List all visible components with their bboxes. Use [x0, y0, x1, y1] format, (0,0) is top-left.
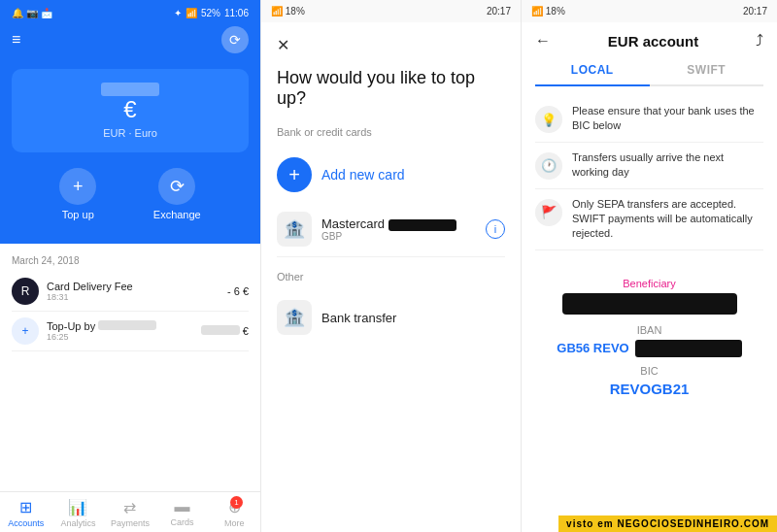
beneficiary-value: [562, 293, 737, 315]
nav-more-label: More: [224, 518, 245, 528]
currency-symbol: €: [123, 96, 136, 123]
info-row-3: 🚩 Only SEPA transfers are accepted. SWIF…: [535, 189, 763, 250]
bottom-nav: ⊞ Accounts 📊 Analytics ⇄ Payments ▬ Card…: [0, 491, 260, 532]
bank-section-label: Bank or credit cards: [277, 126, 505, 138]
tab-swift[interactable]: SWIFT: [650, 55, 764, 84]
card-type: GBP: [321, 231, 476, 242]
card-name: Mastercard: [321, 216, 476, 231]
profile-icon[interactable]: ⟳: [221, 26, 249, 53]
notification-icons: 🔔 📷 📩: [12, 8, 52, 18]
tx-name-2: Top-Up by: [47, 320, 201, 332]
bank-icon: 🏦: [277, 300, 312, 335]
bic-label: BIC: [535, 365, 763, 377]
currency-label: EUR · Euro: [103, 127, 157, 139]
panel2-content: ✕ How would you like to top up? Bank or …: [261, 22, 521, 532]
status-left: 🔔 📷 📩: [12, 8, 52, 18]
share-button[interactable]: ⤴: [756, 32, 763, 50]
time-2: 20:17: [487, 6, 511, 17]
panel3-header: ← EUR account ⤴: [522, 22, 777, 55]
header-top-row: ≡ ⟳: [12, 26, 249, 53]
add-card-label: Add new card: [321, 167, 405, 183]
transaction-item-2[interactable]: + Top-Up by 16:25 €: [12, 312, 249, 351]
nav-more[interactable]: ⊕ More 1: [208, 498, 260, 528]
signal-icons-2: 📶 18%: [271, 6, 305, 17]
wifi-icon: 📶: [186, 8, 197, 18]
nav-analytics-label: Analytics: [60, 518, 95, 528]
tx-details-2: Top-Up by 16:25: [47, 320, 201, 342]
iban-redacted: [635, 340, 742, 357]
status-bar-1: 🔔 📷 📩 ✦ 📶 52% 11:06: [12, 8, 249, 18]
status-right: ✦ 📶 52% 11:06: [174, 8, 249, 18]
accounts-icon: ⊞: [19, 498, 32, 516]
panel-topup: 📶 18% 20:17 ✕ How would you like to top …: [260, 0, 521, 532]
bluetooth-icon: ✦: [174, 8, 182, 18]
blurred-name: [98, 320, 156, 330]
bank-transfer-label: Bank transfer: [321, 311, 396, 325]
account-card[interactable]: € EUR · Euro: [12, 69, 249, 152]
iban-label: IBAN: [535, 324, 763, 336]
transaction-item[interactable]: R Card Delivery Fee 18:31 - 6 €: [12, 272, 249, 312]
flag-icon: 🚩: [535, 199, 562, 226]
tx-name: Card Delivery Fee: [47, 281, 227, 292]
signal-icons-3: 📶 18%: [531, 6, 565, 17]
nav-accounts-label: Accounts: [8, 518, 44, 528]
close-button[interactable]: ✕: [277, 36, 505, 54]
plus-icon: +: [12, 317, 39, 345]
other-label: Other: [277, 271, 505, 283]
add-card-button[interactable]: + Add new card: [277, 148, 505, 202]
mastercard-icon: 🏦: [277, 212, 312, 247]
panel3-title: EUR account: [608, 33, 698, 50]
balance-amount: [101, 83, 159, 96]
time-display: 11:06: [224, 8, 249, 18]
topup-button[interactable]: + Top up: [59, 168, 96, 220]
panel-accounts: 🔔 📷 📩 ✦ 📶 52% 11:06 ≡ ⟳ € EUR · Euro + T…: [0, 0, 260, 532]
analytics-icon: 📊: [68, 498, 87, 516]
payments-icon: ⇄: [123, 498, 136, 516]
clock-icon: 🕐: [535, 152, 562, 180]
topup-label: Top up: [62, 209, 94, 220]
lightbulb-icon: 💡: [535, 106, 562, 133]
exchange-icon: ⟳: [158, 168, 195, 205]
info-row-1: 💡 Please ensure that your bank uses the …: [535, 96, 763, 143]
iban-value: GB56 REVO: [535, 340, 763, 357]
bic-value: REVOGB21: [535, 381, 763, 397]
watermark: visto em NEGOCIOSEDINHEIRO.COM: [558, 515, 777, 532]
info-text-2: Transfers usually arrive the next workin…: [572, 150, 763, 181]
menu-icon[interactable]: ≡: [12, 31, 20, 49]
back-button[interactable]: ←: [535, 32, 551, 50]
tx-amount: - 6 €: [227, 285, 249, 297]
beneficiary-label: Beneficiary: [535, 278, 763, 289]
more-badge: 1: [230, 496, 243, 509]
exchange-button[interactable]: ⟳ Exchange: [153, 168, 201, 220]
info-icon[interactable]: i: [486, 219, 505, 239]
nav-accounts[interactable]: ⊞ Accounts: [0, 498, 52, 528]
status-bar-3: 📶 18% 20:17: [522, 0, 777, 22]
account-details: Beneficiary IBAN GB56 REVO BIC REVOGB21: [522, 260, 777, 407]
transaction-date: March 24, 2018: [12, 255, 249, 266]
bank-transfer-item[interactable]: 🏦 Bank transfer: [277, 290, 505, 345]
transactions-list: March 24, 2018 R Card Delivery Fee 18:31…: [0, 244, 260, 491]
cards-icon: ▬: [175, 498, 190, 515]
add-circle-icon: +: [277, 157, 312, 192]
card-details: Mastercard GBP: [321, 216, 476, 242]
time-3: 20:17: [743, 6, 767, 17]
tx-details: Card Delivery Fee 18:31: [47, 281, 227, 302]
nav-cards[interactable]: ▬ Cards: [156, 498, 209, 528]
nav-payments[interactable]: ⇄ Payments: [104, 498, 156, 528]
panel-eur-account: 📶 18% 20:17 ← EUR account ⤴ LOCAL SWIFT …: [521, 0, 777, 532]
panel1-header: 🔔 📷 📩 ✦ 📶 52% 11:06 ≡ ⟳ € EUR · Euro + T…: [0, 0, 260, 244]
tx-time: 18:31: [47, 292, 227, 302]
action-buttons: + Top up ⟳ Exchange: [12, 164, 249, 228]
info-text-1: Please ensure that your bank uses the BI…: [572, 104, 763, 134]
info-row-2: 🕐 Transfers usually arrive the next work…: [535, 143, 763, 189]
mastercard-item[interactable]: 🏦 Mastercard GBP i: [277, 202, 505, 257]
tab-local[interactable]: LOCAL: [535, 55, 650, 86]
info-list: 💡 Please ensure that your bank uses the …: [522, 86, 777, 260]
topup-icon: +: [59, 168, 96, 205]
tx-amount-2: €: [201, 325, 249, 337]
revolut-icon: R: [12, 278, 39, 305]
nav-cards-label: Cards: [171, 517, 194, 527]
battery-text: 52%: [201, 8, 220, 18]
status-bar-2: 📶 18% 20:17: [261, 0, 521, 22]
nav-analytics[interactable]: 📊 Analytics: [52, 498, 105, 528]
